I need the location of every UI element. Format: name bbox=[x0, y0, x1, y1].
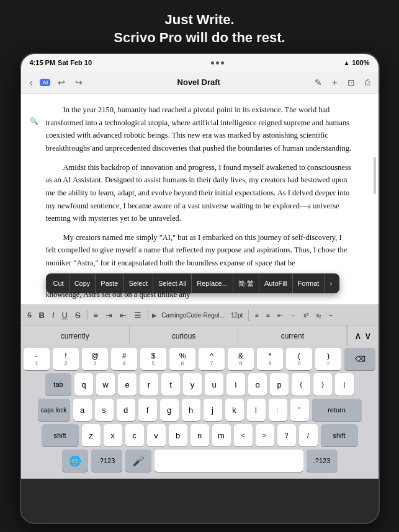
key-asterisk[interactable]: *9 bbox=[257, 348, 283, 370]
format-indent-out-btn[interactable]: ⇤ bbox=[117, 309, 129, 321]
add-button[interactable]: + bbox=[330, 76, 339, 89]
key-ampersand[interactable]: &8 bbox=[228, 348, 254, 370]
key-emoji[interactable]: .?123 bbox=[307, 450, 338, 472]
popup-format[interactable]: Format bbox=[293, 273, 325, 293]
share-button[interactable]: ⎙ bbox=[362, 76, 372, 89]
key-rparen[interactable]: )+ bbox=[315, 348, 341, 370]
key-j[interactable]: j bbox=[204, 399, 222, 421]
autocomplete-2[interactable]: curious bbox=[130, 326, 238, 345]
down-arrow[interactable]: ∨ bbox=[364, 330, 372, 342]
up-arrow[interactable]: ∧ bbox=[354, 330, 362, 342]
key-v[interactable]: v bbox=[147, 424, 166, 446]
key-w[interactable]: w bbox=[96, 373, 115, 396]
document-content[interactable]: In the year 2150, humanity had reached a… bbox=[21, 94, 379, 304]
key-shift-right[interactable]: shift bbox=[321, 424, 358, 446]
key-l[interactable]: l bbox=[247, 399, 266, 421]
key-m[interactable]: m bbox=[212, 424, 231, 446]
popup-paste[interactable]: Paste bbox=[96, 273, 123, 293]
key-quote[interactable]: " bbox=[290, 399, 309, 421]
key-x[interactable]: x bbox=[104, 424, 122, 446]
key-z[interactable]: z bbox=[82, 424, 101, 446]
key-colon[interactable]: : bbox=[269, 399, 287, 421]
format-strikethrough-btn[interactable]: S̶ bbox=[25, 310, 34, 321]
key-s[interactable]: s bbox=[95, 399, 114, 421]
format-subscript-btn[interactable]: x₂ bbox=[313, 311, 324, 320]
key-delete[interactable]: ⌫ bbox=[344, 348, 375, 370]
format-bold-btn[interactable]: B bbox=[37, 309, 47, 321]
key-q[interactable]: q bbox=[74, 373, 93, 396]
back-button[interactable]: ‹ bbox=[27, 76, 35, 89]
key-y[interactable]: y bbox=[183, 373, 202, 396]
autocomplete-1[interactable]: currently bbox=[21, 326, 130, 345]
key-t[interactable]: t bbox=[161, 373, 180, 396]
format-indent-in-btn[interactable]: ⇥ bbox=[103, 309, 115, 321]
paragraph-2[interactable]: Amidst this backdrop of innovation and p… bbox=[46, 161, 354, 225]
document-area[interactable]: 🔍 In the year 2150, humanity had reached… bbox=[21, 94, 379, 304]
format-align-btn[interactable]: ≡ bbox=[91, 309, 101, 321]
popup-cut[interactable]: Cut bbox=[48, 273, 69, 293]
key-question[interactable]: ? bbox=[277, 424, 296, 446]
key-o[interactable]: o bbox=[248, 373, 267, 396]
scroll-indicator[interactable] bbox=[374, 157, 376, 194]
format-list2-btn[interactable]: ≡ bbox=[253, 311, 261, 320]
key-p[interactable]: p bbox=[270, 373, 289, 396]
key-dash[interactable]: -1 bbox=[24, 348, 50, 370]
key-rbrace[interactable]: } bbox=[313, 373, 332, 396]
key-r[interactable]: r bbox=[140, 373, 158, 396]
key-a[interactable]: a bbox=[73, 399, 92, 421]
key-e[interactable]: e bbox=[118, 373, 137, 396]
key-percent[interactable]: %6 bbox=[169, 348, 195, 370]
key-lt[interactable]: < bbox=[234, 424, 253, 446]
key-slash[interactable]: / bbox=[299, 424, 318, 446]
key-f[interactable]: f bbox=[138, 399, 157, 421]
key-lbrace[interactable]: { bbox=[292, 373, 310, 396]
key-u[interactable]: u bbox=[205, 373, 223, 396]
font-size[interactable]: 12pt bbox=[231, 312, 243, 319]
format-superscript-btn[interactable]: x² bbox=[301, 311, 311, 320]
popup-replace[interactable]: Replace... bbox=[192, 273, 233, 293]
format-numlist-btn[interactable]: ≡ bbox=[264, 311, 272, 320]
popup-select-all[interactable]: Select All bbox=[153, 273, 192, 293]
key-i[interactable]: i bbox=[226, 373, 245, 396]
key-shift-left[interactable]: shift bbox=[42, 424, 79, 446]
undo-button[interactable]: ↩ bbox=[55, 76, 68, 89]
autocomplete-3[interactable]: current bbox=[238, 326, 347, 345]
format-strike-btn[interactable]: S bbox=[73, 309, 83, 321]
key-lparen[interactable]: (0 bbox=[286, 348, 312, 370]
key-g[interactable]: g bbox=[160, 399, 179, 421]
key-b[interactable]: b bbox=[169, 424, 187, 446]
redo-button[interactable]: ↪ bbox=[73, 76, 85, 89]
key-k[interactable]: k bbox=[225, 399, 244, 421]
popup-more[interactable]: › bbox=[325, 273, 337, 293]
format-arrow-btn[interactable]: → bbox=[287, 311, 298, 320]
popup-simplified[interactable]: 简·繁 bbox=[233, 273, 259, 293]
key-space[interactable] bbox=[155, 450, 303, 472]
popup-copy[interactable]: Copy bbox=[69, 273, 96, 293]
key-at[interactable]: @3 bbox=[82, 348, 108, 370]
popup-autofill[interactable]: AutoFill bbox=[259, 273, 293, 293]
key-tab[interactable]: tab bbox=[45, 373, 71, 396]
font-name[interactable]: CamingoCode-Regul... bbox=[161, 312, 225, 319]
key-h[interactable]: h bbox=[182, 399, 200, 421]
pen-button[interactable]: ✎ bbox=[312, 76, 325, 89]
key-return[interactable]: return bbox=[312, 399, 362, 421]
key-dictate[interactable]: 🎤 bbox=[125, 450, 151, 472]
paragraph-3[interactable]: My creators named me simply "AI," but as… bbox=[46, 231, 354, 270]
key-globe[interactable]: 🌐 bbox=[62, 450, 88, 472]
key-c[interactable]: c bbox=[125, 424, 144, 446]
key-dollar[interactable]: $5 bbox=[140, 348, 166, 370]
paragraph-1[interactable]: In the year 2150, humanity had reached a… bbox=[46, 104, 354, 155]
popup-select[interactable]: Select bbox=[123, 273, 153, 293]
key-d[interactable]: d bbox=[117, 399, 135, 421]
format-list-btn[interactable]: ☰ bbox=[132, 309, 144, 321]
key-gt[interactable]: > bbox=[256, 424, 274, 446]
key-123[interactable]: .?123 bbox=[91, 450, 122, 472]
key-hash[interactable]: #4 bbox=[111, 348, 137, 370]
key-exclaim[interactable]: !2 bbox=[53, 348, 79, 370]
format-underline-btn[interactable]: U bbox=[60, 309, 70, 321]
format-indent2-btn[interactable]: ⇤ bbox=[275, 311, 285, 320]
format-italic-btn[interactable]: I bbox=[50, 309, 57, 321]
doc-button[interactable]: ⊡ bbox=[345, 76, 357, 89]
format-link-btn[interactable]: ⌁ bbox=[326, 311, 335, 320]
key-n[interactable]: n bbox=[191, 424, 209, 446]
